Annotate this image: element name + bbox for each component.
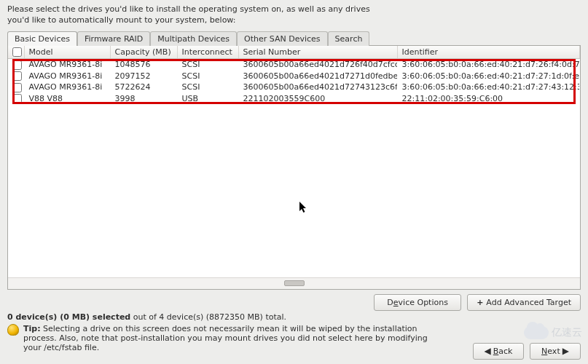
arrow-right-icon: ▶ bbox=[560, 346, 569, 356]
cloud-icon bbox=[524, 326, 549, 339]
drive-list-panel: Model Capacity (MB) Interconnect Serial … bbox=[7, 45, 581, 290]
cell-identifier: 3:60:06:05:b0:0a:66:ed:40:21:d7:27:43:12… bbox=[397, 82, 580, 93]
cell-serial: 3600605b00a66ed4021d726f40d7cfccd bbox=[238, 59, 397, 71]
row-checkbox[interactable] bbox=[12, 94, 22, 103]
cell-serial: 3600605b00a66ed4021d72743123c6fd8 bbox=[238, 82, 397, 93]
cell-model: V88 V88 bbox=[24, 93, 110, 105]
horizontal-scrollbar[interactable] bbox=[8, 277, 580, 289]
row-checkbox[interactable] bbox=[12, 71, 22, 81]
col-model[interactable]: Model bbox=[24, 46, 110, 59]
cell-identifier: 3:60:06:05:b0:0a:66:ed:40:21:d7:26:f4:0d… bbox=[397, 59, 580, 71]
cell-model: AVAGO MR9361-8i bbox=[24, 82, 110, 93]
cell-interconnect: SCSI bbox=[177, 71, 238, 82]
table-row[interactable]: V88 V88 3998 USB 221102003559C600 22:11:… bbox=[8, 93, 580, 105]
col-checkbox[interactable] bbox=[8, 46, 24, 59]
cell-model: AVAGO MR9361-8i bbox=[24, 71, 110, 82]
cell-capacity: 1048576 bbox=[110, 59, 177, 71]
tab-multipath-devices[interactable]: Multipath Devices bbox=[150, 31, 237, 46]
cell-interconnect: SCSI bbox=[177, 82, 238, 93]
cell-serial: 3600605b00a66ed4021d7271d0fedbec1 bbox=[238, 71, 397, 82]
cell-identifier: 22:11:02:00:35:59:C6:00 bbox=[397, 93, 580, 105]
table-row[interactable]: AVAGO MR9361-8i 5722624 SCSI 3600605b00a… bbox=[8, 82, 580, 93]
cell-model: AVAGO MR9361-8i bbox=[24, 59, 110, 71]
selection-status: 0 device(s) (0 MB) selected out of 4 dev… bbox=[7, 312, 581, 322]
arrow-left-icon: ◀ bbox=[485, 346, 493, 356]
table-row[interactable]: AVAGO MR9361-8i 1048576 SCSI 3600605b00a… bbox=[8, 59, 580, 71]
instructions-text: Please select the drives you'd like to i… bbox=[7, 4, 386, 26]
add-advanced-target-button[interactable]: +Add Advanced Target bbox=[467, 294, 581, 311]
lightbulb-icon bbox=[7, 324, 19, 336]
table-header-row: Model Capacity (MB) Interconnect Serial … bbox=[8, 46, 580, 59]
cell-interconnect: SCSI bbox=[177, 59, 238, 71]
cell-capacity: 3998 bbox=[110, 93, 177, 105]
tip-text: Tip: Selecting a drive on this screen do… bbox=[7, 322, 444, 352]
cell-identifier: 3:60:06:05:b0:0a:66:ed:40:21:d7:27:1d:0f… bbox=[397, 71, 580, 82]
table-row[interactable]: AVAGO MR9361-8i 2097152 SCSI 3600605b00a… bbox=[8, 71, 580, 82]
drive-table: Model Capacity (MB) Interconnect Serial … bbox=[8, 46, 580, 105]
device-options-button[interactable]: Device Options bbox=[374, 294, 461, 311]
cell-capacity: 5722624 bbox=[110, 82, 177, 93]
cell-interconnect: USB bbox=[177, 93, 238, 105]
back-button[interactable]: ◀Back bbox=[473, 343, 524, 360]
device-tabs: Basic Devices Firmware RAID Multipath De… bbox=[7, 31, 581, 46]
tab-firmware-raid[interactable]: Firmware RAID bbox=[77, 31, 150, 46]
col-capacity[interactable]: Capacity (MB) bbox=[110, 46, 177, 59]
plus-icon: + bbox=[477, 298, 486, 307]
tab-basic-devices[interactable]: Basic Devices bbox=[7, 31, 77, 46]
tab-search[interactable]: Search bbox=[328, 31, 370, 46]
watermark: 亿速云 bbox=[524, 326, 582, 339]
select-all-checkbox[interactable] bbox=[12, 47, 22, 57]
row-checkbox[interactable] bbox=[12, 60, 22, 70]
col-identifier[interactable]: Identifier bbox=[397, 46, 580, 59]
next-button[interactable]: Next▶ bbox=[530, 343, 581, 360]
tab-other-san-devices[interactable]: Other SAN Devices bbox=[237, 31, 328, 46]
row-checkbox[interactable] bbox=[12, 83, 22, 92]
col-serial[interactable]: Serial Number bbox=[238, 46, 397, 59]
col-interconnect[interactable]: Interconnect bbox=[177, 46, 238, 59]
cell-serial: 221102003559C600 bbox=[238, 93, 397, 105]
cell-capacity: 2097152 bbox=[110, 71, 177, 82]
